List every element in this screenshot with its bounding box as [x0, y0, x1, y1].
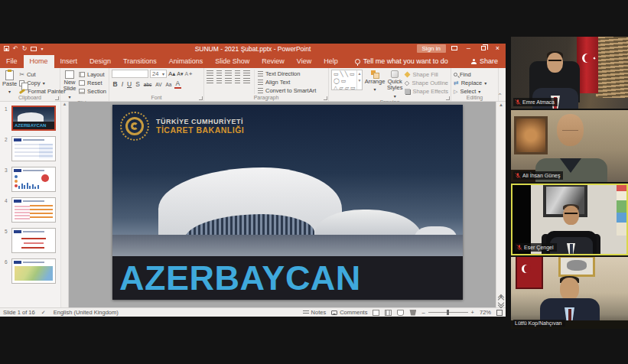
language-indicator[interactable]: English (United Kingdom) [54, 309, 119, 316]
align-text-button[interactable]: Align Text [258, 79, 316, 86]
line-spacing-icon[interactable] [243, 70, 250, 76]
redo-icon[interactable] [22, 46, 28, 52]
bullets-icon[interactable] [207, 70, 213, 76]
font-size-input[interactable]: 24 [150, 70, 167, 78]
dialog-launcher-icon[interactable] [446, 96, 450, 100]
align-right-icon[interactable] [225, 78, 232, 84]
notes-button[interactable]: Notes [303, 309, 327, 316]
character-spacing-button[interactable]: AV [155, 82, 163, 87]
reset-button[interactable]: Reset [79, 80, 106, 86]
zoom-slider[interactable] [428, 312, 468, 313]
tab-animations[interactable]: Animations [163, 55, 210, 68]
underline-button[interactable]: U [126, 80, 133, 88]
customize-qat-icon[interactable] [41, 46, 43, 52]
save-icon[interactable] [4, 46, 9, 51]
shapes-gallery[interactable]: ▭ ╲ ╲ ▭ ◯ ▭ △ ▱ ▱ ▭ ◯ ▭ ☆ ( ) ╲ ◯ ☆ ▲▼ [331, 70, 363, 90]
close-button[interactable]: × [491, 44, 504, 53]
share-button[interactable]: Share [465, 55, 506, 68]
slide-canvas[interactable]: TÜRKİYE CUMHURİYETİ TİCARET BAKANLIĞI AZ… [112, 105, 463, 300]
zoom-slider-thumb[interactable] [447, 310, 449, 315]
section-button[interactable]: Section [79, 88, 106, 95]
sign-in-button[interactable]: Sign in [417, 44, 446, 53]
slide-sorter-view-button[interactable] [385, 310, 392, 316]
slide-scrollbar[interactable]: ▲ ▼ [496, 102, 506, 307]
paste-button[interactable]: Paste [2, 70, 17, 95]
clear-formatting-button[interactable] [185, 70, 194, 77]
shape-outline-button[interactable]: Shape Outline [405, 80, 448, 86]
bold-button[interactable]: B [112, 80, 119, 88]
tab-slide-show[interactable]: Slide Show [209, 55, 255, 68]
text-direction-button[interactable]: Text Direction [258, 70, 316, 77]
zoom-level[interactable]: 72% [480, 309, 491, 316]
shape-fill-button[interactable]: Shape Fill [405, 71, 448, 78]
dialog-launcher-icon[interactable] [55, 96, 59, 100]
comments-button[interactable]: Comments [331, 309, 367, 316]
dialog-launcher-icon[interactable] [324, 96, 327, 100]
participant-tile[interactable]: Ali İhsan Güneş [511, 110, 628, 182]
slide-number-indicator[interactable]: Slide 1 of 16 [3, 309, 35, 316]
participant-tile[interactable]: Emre Atmaca [511, 37, 628, 109]
layout-button[interactable]: Layout [79, 71, 106, 78]
thumbnail-slide-5[interactable]: 5 [5, 228, 59, 253]
cut-button[interactable]: Cut [19, 71, 66, 78]
tab-home[interactable]: Home [24, 55, 54, 68]
tab-view[interactable]: View [291, 55, 317, 68]
thumbnail-slide-2[interactable]: 2 [5, 136, 59, 161]
next-slide-button[interactable] [496, 301, 506, 307]
increase-font-size-button[interactable] [168, 70, 175, 77]
decrease-indent-icon[interactable] [225, 70, 232, 76]
text-shadow-button[interactable]: S [135, 80, 142, 88]
participant-tile-active-speaker[interactable]: Eser Çengel [511, 184, 628, 255]
restore-button[interactable] [477, 44, 490, 53]
tab-file[interactable]: File [0, 55, 24, 68]
shape-effects-button[interactable]: Shape Effects [405, 88, 448, 95]
columns-icon[interactable] [243, 78, 250, 84]
strikethrough-button[interactable]: abc [142, 82, 152, 87]
increase-indent-icon[interactable] [235, 70, 240, 76]
tab-insert[interactable]: Insert [54, 55, 84, 68]
convert-to-smartart-button[interactable]: Convert to SmartArt [258, 87, 316, 94]
tab-transitions[interactable]: Transitions [117, 55, 163, 68]
copy-button[interactable]: Copy [19, 80, 66, 86]
align-center-icon[interactable] [216, 78, 222, 84]
thumbnail-slide-3[interactable]: 3 [5, 167, 59, 192]
zoom-in-button[interactable]: + [471, 309, 474, 316]
quick-styles-button[interactable]: Quick Styles [387, 70, 402, 99]
thumbnail-scrollbar[interactable]: ▲ [60, 102, 68, 307]
thumbnail-slide-6[interactable]: 6 [5, 258, 59, 284]
new-slide-button[interactable]: New Slide [63, 70, 76, 100]
change-case-button[interactable]: Aa [164, 82, 173, 87]
tab-review[interactable]: Review [255, 55, 291, 68]
collapse-ribbon-button[interactable]: ⌃ [497, 93, 503, 99]
justify-icon[interactable] [235, 78, 240, 84]
arrange-button[interactable]: Arrange [365, 70, 385, 93]
decrease-font-size-button[interactable] [177, 70, 183, 77]
tab-design[interactable]: Design [83, 55, 117, 68]
find-button[interactable]: Find [454, 71, 486, 78]
ribbon-display-options-button[interactable] [447, 44, 460, 53]
zoom-out-button[interactable]: – [421, 309, 425, 316]
participant-tile[interactable]: Lütfü Kop/Nahçıvan [511, 257, 628, 329]
minimize-button[interactable]: – [462, 44, 475, 53]
tell-me-box[interactable]: Tell me what you want to do [344, 55, 454, 68]
numbering-icon[interactable] [216, 70, 222, 76]
replace-button[interactable]: Replace [454, 80, 486, 86]
scroll-up-icon[interactable]: ▲ [496, 102, 506, 107]
spell-check-icon[interactable] [41, 310, 47, 316]
fit-slide-to-window-icon[interactable] [496, 310, 503, 316]
slideshow-view-button[interactable] [409, 310, 416, 316]
shapes-gallery-scrollbar[interactable]: ▲▼ [356, 70, 362, 89]
align-left-icon[interactable] [207, 78, 213, 84]
thumbnail-slide-1[interactable]: 1 AZERBAYCAN [5, 106, 59, 131]
undo-icon[interactable] [13, 46, 18, 52]
font-name-input[interactable] [112, 70, 148, 78]
normal-view-button[interactable] [373, 310, 379, 316]
select-button[interactable]: Select [454, 88, 486, 95]
italic-button[interactable]: I [120, 80, 124, 88]
reading-view-button[interactable] [397, 310, 404, 316]
thumbnail-slide-4[interactable]: 4 [5, 197, 59, 223]
dialog-launcher-icon[interactable] [199, 96, 203, 100]
tab-help[interactable]: Help [317, 55, 344, 68]
font-color-button[interactable]: A [174, 80, 181, 89]
start-slideshow-icon[interactable] [31, 47, 37, 51]
